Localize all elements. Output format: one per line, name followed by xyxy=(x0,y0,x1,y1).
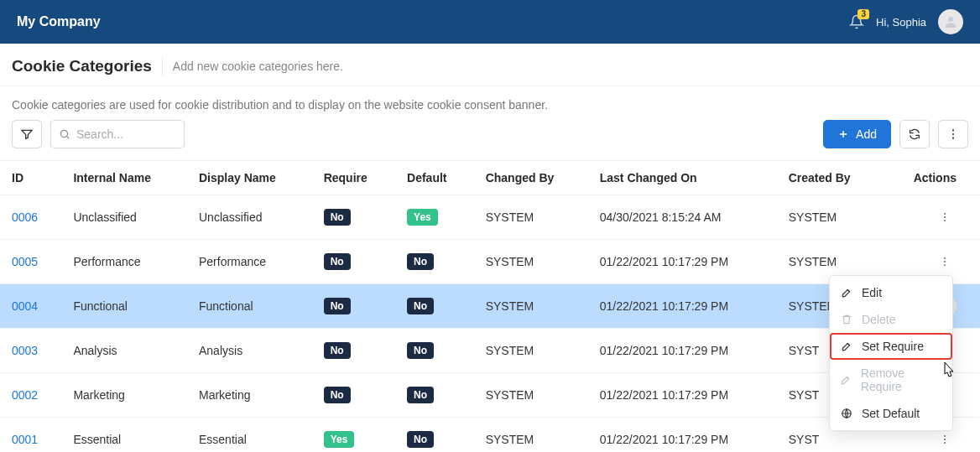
svg-point-10 xyxy=(944,264,946,266)
default-badge: No xyxy=(407,431,434,448)
cell-last-changed: 04/30/2021 8:15:24 AM xyxy=(588,195,777,240)
require-badge: No xyxy=(324,387,351,403)
add-button[interactable]: Add xyxy=(823,120,891,148)
col-id[interactable]: ID xyxy=(0,161,61,195)
table-row[interactable]: 0006UnclassifiedUnclassifiedNoYesSYSTEM0… xyxy=(0,195,980,240)
col-changed-by[interactable]: Changed By xyxy=(474,161,588,195)
id-link[interactable]: 0002 xyxy=(12,388,38,402)
filter-icon xyxy=(20,127,34,141)
cell-display-name: Unclassified xyxy=(187,195,312,240)
row-actions-menu: Edit Delete Set Require Remove Require S… xyxy=(829,275,953,431)
cell-last-changed: 01/22/2021 10:17:29 PM xyxy=(588,373,777,418)
svg-point-21 xyxy=(944,439,946,440)
require-badge: Yes xyxy=(324,431,355,448)
cell-internal-name: Performance xyxy=(61,240,187,284)
svg-point-0 xyxy=(948,17,953,22)
cell-changed-by: SYSTEM xyxy=(474,195,588,240)
default-badge: No xyxy=(407,298,434,314)
cell-changed-by: SYSTEM xyxy=(474,284,588,329)
company-name: My Company xyxy=(17,14,101,29)
col-last-changed[interactable]: Last Changed On xyxy=(588,161,777,195)
col-display-name[interactable]: Display Name xyxy=(187,161,312,195)
page-title: Cookie Categories xyxy=(12,57,163,75)
svg-point-3 xyxy=(952,133,954,135)
svg-point-4 xyxy=(952,138,954,139)
col-require[interactable]: Require xyxy=(312,161,395,195)
cell-internal-name: Unclassified xyxy=(61,195,187,240)
menu-edit[interactable]: Edit xyxy=(830,279,952,306)
cell-internal-name: Functional xyxy=(61,284,187,329)
row-actions-button[interactable] xyxy=(933,250,957,273)
cell-changed-by: SYSTEM xyxy=(474,329,588,373)
plus-icon xyxy=(837,128,849,140)
trash-icon xyxy=(840,314,853,325)
row-actions-button[interactable] xyxy=(933,428,957,451)
default-badge: Yes xyxy=(407,209,438,226)
menu-set-default[interactable]: Set Default xyxy=(830,400,952,427)
cell-last-changed: 01/22/2021 10:17:29 PM xyxy=(588,240,777,284)
toolbar: Add xyxy=(0,120,980,160)
cell-display-name: Marketing xyxy=(187,373,312,418)
id-link[interactable]: 0003 xyxy=(12,344,38,357)
cell-last-changed: 01/22/2021 10:17:29 PM xyxy=(588,418,777,453)
col-internal-name[interactable]: Internal Name xyxy=(61,161,187,195)
cell-last-changed: 01/22/2021 10:17:29 PM xyxy=(588,329,777,373)
page-header: Cookie Categories Add new cookie categor… xyxy=(0,44,980,86)
svg-point-20 xyxy=(944,435,946,437)
avatar-placeholder-icon xyxy=(943,14,958,29)
menu-delete: Delete xyxy=(830,306,952,333)
cell-changed-by: SYSTEM xyxy=(474,373,588,418)
id-link[interactable]: 0005 xyxy=(12,255,38,268)
cell-internal-name: Marketing xyxy=(61,373,187,418)
edit-icon xyxy=(840,287,853,299)
id-link[interactable]: 0004 xyxy=(12,299,38,313)
cell-changed-by: SYSTEM xyxy=(474,418,588,453)
more-vertical-icon xyxy=(939,434,951,445)
cell-display-name: Analysis xyxy=(187,329,312,373)
search-input[interactable] xyxy=(50,120,185,148)
id-link[interactable]: 0001 xyxy=(12,433,38,446)
svg-point-2 xyxy=(952,129,954,131)
more-button[interactable] xyxy=(938,120,968,148)
cell-internal-name: Analysis xyxy=(61,329,187,373)
col-created-by[interactable]: Created By xyxy=(777,161,883,195)
cell-internal-name: Essential xyxy=(61,418,187,453)
row-actions-button[interactable] xyxy=(933,205,957,229)
page-description: Cookie categories are used for cookie di… xyxy=(0,86,980,120)
topbar: My Company 3 Hi, Sophia xyxy=(0,0,980,44)
greeting-text: Hi, Sophia xyxy=(876,16,926,29)
filter-button[interactable] xyxy=(12,120,42,148)
more-vertical-icon xyxy=(939,211,951,223)
edit-icon xyxy=(840,340,853,352)
require-badge: No xyxy=(324,298,351,314)
notifications-button[interactable]: 3 xyxy=(849,14,864,29)
svg-point-22 xyxy=(944,442,946,444)
svg-point-1 xyxy=(60,130,67,137)
svg-point-8 xyxy=(944,257,946,259)
cell-display-name: Essential xyxy=(187,418,312,453)
avatar[interactable] xyxy=(938,9,963,34)
svg-point-7 xyxy=(944,220,946,221)
col-default[interactable]: Default xyxy=(395,161,474,195)
col-actions: Actions xyxy=(883,161,980,195)
refresh-button[interactable] xyxy=(899,120,930,148)
cell-last-changed: 01/22/2021 10:17:29 PM xyxy=(588,284,777,329)
svg-point-9 xyxy=(944,261,946,262)
edit-icon xyxy=(840,374,852,386)
svg-point-5 xyxy=(944,213,946,215)
menu-set-require[interactable]: Set Require xyxy=(830,333,952,360)
cell-changed-by: SYSTEM xyxy=(474,240,588,284)
require-badge: No xyxy=(324,209,351,226)
cursor-icon xyxy=(940,361,957,381)
more-vertical-icon xyxy=(939,256,951,268)
default-badge: No xyxy=(407,253,434,270)
svg-point-6 xyxy=(944,216,946,218)
notifications-badge: 3 xyxy=(858,9,869,19)
id-link[interactable]: 0006 xyxy=(12,210,38,224)
default-badge: No xyxy=(407,387,434,403)
more-vertical-icon xyxy=(946,127,960,141)
globe-icon xyxy=(840,408,853,419)
cell-created-by: SYSTEM xyxy=(777,195,883,240)
menu-remove-require: Remove Require xyxy=(830,360,952,400)
default-badge: No xyxy=(407,342,434,359)
